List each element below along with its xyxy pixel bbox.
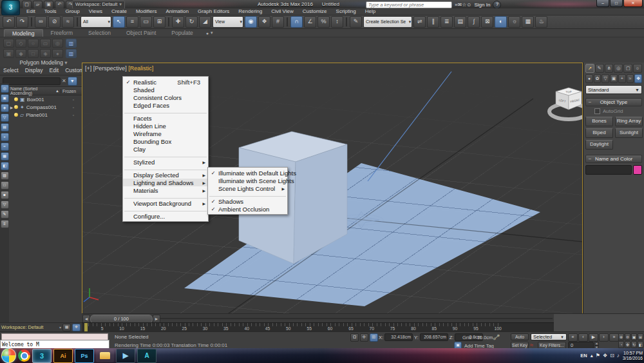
select-and-scale-icon[interactable]: ◢	[199, 16, 211, 28]
visibility-bulb-icon[interactable]	[14, 113, 18, 117]
menubar-item[interactable]: Modifiers	[131, 8, 161, 15]
reference-coordinate-dropdown[interactable]: View	[213, 16, 243, 28]
display-geometry-icon[interactable]: ▣	[1, 94, 9, 103]
autogrid-checkbox[interactable]	[594, 108, 600, 114]
expand-arrow-icon[interactable]: ▶	[9, 105, 14, 110]
x-coordinate-field[interactable]: 32.418cm	[384, 333, 413, 341]
start-button[interactable]	[1, 348, 16, 363]
ribbon-button[interactable]: □	[28, 49, 39, 58]
spinner-snap-icon[interactable]: ↕	[331, 16, 343, 28]
create-tab[interactable]: ↗	[585, 64, 594, 73]
explorer-menu-item[interactable]: Display	[22, 66, 46, 75]
schematic-view-icon[interactable]: ⊠	[481, 16, 493, 28]
lights-category-icon[interactable]: ▽	[601, 74, 609, 83]
hidden-icons-icon[interactable]: ▴	[591, 353, 593, 358]
explorer-column-headers[interactable]: Name (Sorted Ascending) ▲ Frozen	[9, 86, 82, 95]
selection-lock-icon[interactable]: Ω	[350, 333, 359, 342]
maxscript-mini-listener[interactable]: Welcome to M	[0, 332, 111, 349]
ribbon-button[interactable]: ▭	[40, 39, 51, 48]
shapes-category-icon[interactable]: ✿	[594, 74, 601, 83]
y-coordinate-field[interactable]: 208.657cm	[420, 333, 448, 341]
zoom-extents-icon[interactable]: ▣	[631, 333, 637, 340]
selection-filter-dropdown[interactable]: All	[80, 16, 111, 28]
submenu-item[interactable]: ✓ Scene Lights Control ▶	[208, 184, 287, 192]
viewport-layout-icon[interactable]: ▦	[62, 324, 71, 331]
ribbon-minimize-arrow-icon[interactable]: ▾	[211, 30, 213, 35]
context-menu-item[interactable]: ✓ ▶	[124, 195, 207, 199]
explorer-filter-icon[interactable]: ▼	[68, 77, 77, 86]
context-menu-item[interactable]: ✓ Clay ▶	[123, 145, 208, 153]
display-cameras-icon[interactable]: ▤	[1, 123, 9, 132]
zoom-extents-all-icon[interactable]: ⊞	[638, 333, 643, 340]
render-setup-icon[interactable]: ☼	[508, 16, 520, 28]
modify-tab[interactable]: ✎	[595, 64, 604, 73]
action-center-icon[interactable]: ⚑	[596, 353, 600, 358]
isolate-toggle-icon[interactable]: ❖	[72, 324, 80, 331]
zoom-icon[interactable]: ⊕	[618, 333, 624, 340]
select-and-manipulate-icon[interactable]: ❖	[258, 16, 270, 28]
object-type-button[interactable]: Biped	[585, 128, 613, 138]
redo-icon[interactable]: ↷	[16, 16, 28, 28]
context-menu-item[interactable]: ✓ Configure... ▶	[123, 212, 208, 220]
ribbon-tab[interactable]: Selection	[80, 29, 118, 37]
viewport-pov-menu[interactable]: [Perspective]	[93, 65, 127, 72]
object-type-button[interactable]: Sunlight	[615, 128, 643, 138]
menubar-item[interactable]: Create	[107, 8, 131, 15]
use-pivot-point-icon[interactable]: ◉	[245, 16, 257, 28]
submenu-item[interactable]: ✓ Illuminate with Scene Lights ▶	[208, 177, 287, 184]
display-xrefs-icon[interactable]: ◧	[1, 162, 9, 170]
spacewarps-category-icon[interactable]: ≈	[627, 74, 634, 83]
context-menu-item[interactable]: ✓ Hidden Line ▶	[123, 122, 208, 130]
absolute-mode-icon[interactable]: ⊞	[370, 333, 378, 342]
display-bones-icon[interactable]: ▨	[1, 172, 9, 180]
submenu-item[interactable]: ✓ Illuminate with Default Lights ▶	[208, 169, 287, 177]
field-of-view-icon[interactable]: ◔	[618, 341, 624, 348]
cameras-category-icon[interactable]: ▣	[610, 74, 618, 83]
explorer-menu-item[interactable]: Edit	[46, 66, 62, 75]
menubar-item[interactable]: Graph Editors	[193, 8, 234, 15]
next-frame-icon[interactable]: ›	[599, 333, 609, 342]
submenu-item[interactable]: ✓ ▶	[209, 193, 286, 197]
edit-named-selection-sets-icon[interactable]: ✎	[350, 16, 362, 28]
align-icon[interactable]: ∥	[427, 16, 439, 28]
ribbon-button[interactable]: ●	[52, 49, 63, 58]
menubar-item[interactable]: Edit	[22, 8, 40, 15]
visibility-bulb-icon[interactable]	[14, 105, 18, 109]
frozen-toggle[interactable]: ▫	[65, 105, 82, 110]
snaps-toggle-icon[interactable]: ∩	[290, 16, 303, 28]
object-class-dropdown[interactable]: Standard ▼	[585, 85, 642, 94]
helpers-category-icon[interactable]: +	[618, 74, 626, 83]
context-menu-item[interactable]: ✓ Consistent Colors ▶	[123, 93, 208, 101]
ribbon-config-icon[interactable]: ●	[206, 31, 209, 35]
key-selection-dropdown[interactable]: Selected ▼	[531, 333, 567, 340]
hierarchy-tab[interactable]: ⋔	[605, 64, 614, 73]
application-menu-button[interactable]: 3	[1, 0, 20, 15]
mirror-icon[interactable]: ⇌	[413, 16, 426, 28]
bind-to-space-warp-icon[interactable]: ≈	[62, 16, 74, 28]
context-menu-item[interactable]: ✓ Materials ▶	[123, 186, 208, 194]
context-menu-item[interactable]: ✓ ▶	[124, 153, 207, 157]
systems-category-icon[interactable]: ❖	[634, 74, 642, 83]
motion-tab[interactable]: ◎	[614, 64, 623, 73]
explorer-icon[interactable]	[96, 349, 114, 362]
context-menu-item[interactable]: ✓ Viewport Background ▶	[123, 199, 208, 207]
layer-manager-icon[interactable]: ≣	[440, 16, 453, 28]
material-editor-icon[interactable]: ◐	[495, 16, 507, 28]
display-tab[interactable]: ▢	[623, 64, 632, 73]
select-by-name-icon[interactable]: ≡	[126, 16, 138, 28]
explorer-object-row[interactable]: ▶ ✦ Compass001 ▫	[9, 103, 82, 111]
illustrator-icon[interactable]: Ai	[53, 349, 73, 363]
workspace-selector[interactable]: Workspace: Default	[1, 324, 58, 330]
context-menu-item[interactable]: ✓ ▶	[124, 110, 207, 113]
clear-search-icon[interactable]: ✕	[62, 78, 66, 84]
select-and-move-icon[interactable]: ✚	[172, 16, 184, 28]
menubar-item[interactable]: Scripting	[332, 8, 361, 15]
context-menu-item[interactable]: ✓ Stylized ▶	[123, 158, 208, 166]
new-key-settings-icon[interactable]: ≈	[530, 342, 533, 348]
display-containers-icon[interactable]: □	[1, 181, 9, 190]
go-to-start-icon[interactable]: «	[568, 333, 578, 342]
language-indicator[interactable]: EN	[580, 353, 587, 358]
autodesk-app-icon[interactable]: A	[137, 349, 156, 363]
object-color-swatch[interactable]	[633, 165, 642, 175]
ribbon-button[interactable]: ◇	[15, 39, 26, 48]
